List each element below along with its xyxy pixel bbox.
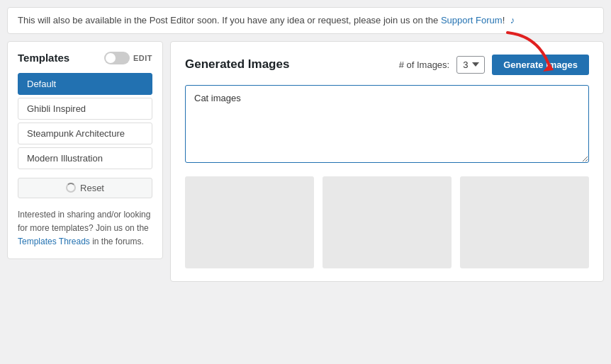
reset-spinner-icon: [66, 183, 76, 193]
edit-toggle-switch[interactable]: [104, 52, 130, 64]
generate-images-button[interactable]: Generate Images: [492, 55, 589, 75]
main-title: Generated Images: [185, 57, 289, 72]
edit-toggle[interactable]: EDIT: [104, 52, 152, 64]
music-icon: ♪: [510, 15, 515, 25]
template-item-steampunk[interactable]: Steampunk Architecture: [18, 123, 152, 144]
main-header: Generated Images # of Images: 1 2 3 4 5 …: [185, 55, 589, 75]
main-layout: Templates EDIT Default Ghibli Inspired S…: [7, 41, 604, 282]
template-item-ghibli[interactable]: Ghibli Inspired: [18, 98, 152, 120]
main-content: Generated Images # of Images: 1 2 3 4 5 …: [170, 41, 604, 282]
sidebar-footer: Interested in sharing and/or looking for…: [18, 208, 152, 249]
sidebar-title: Templates: [18, 52, 69, 64]
header-controls: # of Images: 1 2 3 4 5 Generate Images: [399, 55, 589, 75]
image-placeholder-2: [323, 176, 452, 268]
sidebar: Templates EDIT Default Ghibli Inspired S…: [7, 41, 163, 260]
templates-threads-link[interactable]: Templates Threads: [18, 237, 90, 246]
image-placeholder-3: [460, 176, 589, 268]
template-list: Default Ghibli Inspired Steampunk Archit…: [18, 73, 152, 169]
reset-button[interactable]: Reset: [18, 178, 152, 198]
prompt-textarea[interactable]: Cat images: [185, 85, 589, 163]
images-grid: [185, 176, 589, 268]
top-bar: This will also be available in the Post …: [7, 7, 604, 34]
template-item-default[interactable]: Default: [18, 73, 152, 95]
images-count-label: # of Images:: [399, 59, 450, 70]
image-placeholder-1: [185, 176, 314, 268]
edit-label: EDIT: [133, 54, 152, 62]
template-item-modern[interactable]: Modern Illustration: [18, 147, 152, 169]
support-forum-link[interactable]: Support Forum: [441, 15, 503, 25]
topbar-message: This will also be available in the Post …: [18, 15, 441, 25]
sidebar-header: Templates EDIT: [18, 52, 152, 64]
images-count-select[interactable]: 1 2 3 4 5: [456, 56, 485, 74]
